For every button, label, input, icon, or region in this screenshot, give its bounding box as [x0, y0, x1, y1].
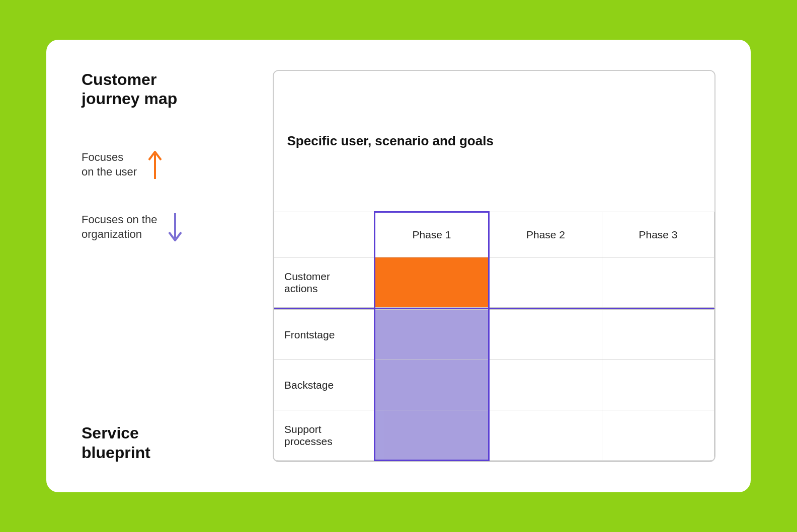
phase1-header-cell: Phase 1 — [375, 212, 489, 257]
backstage-label: Backstage — [274, 360, 375, 410]
phase3-customer-cell — [602, 257, 714, 308]
support-processes-row: Support processes — [274, 410, 714, 461]
phase1-customer-cell — [375, 257, 489, 308]
phase3-frontstage-cell — [602, 310, 714, 360]
phase1-support-cell — [375, 410, 489, 461]
customer-journey-label: Customer journey map — [82, 70, 253, 109]
focuses-user-section: Focuses on the user — [82, 149, 253, 181]
focuses-org-text: Focuses on the organization — [82, 213, 157, 241]
phase-empty-cell — [274, 212, 375, 257]
journey-table: Specific user, scenario and goals Phase … — [273, 70, 715, 462]
support-processes-label: Support processes — [274, 410, 375, 461]
focuses-org-section: Focuses on the organization — [82, 211, 253, 243]
phase3-header-cell: Phase 3 — [602, 212, 714, 257]
phase1-frontstage-cell — [375, 310, 489, 360]
phase2-customer-cell — [489, 257, 602, 308]
phase2-frontstage-cell — [489, 310, 602, 360]
backstage-row: Backstage — [274, 360, 714, 410]
table-title: Specific user, scenario and goals — [274, 71, 714, 212]
arrow-up-icon — [146, 149, 164, 181]
phase3-support-cell — [602, 410, 714, 461]
main-card: Customer journey map Focuses on the user — [46, 40, 751, 492]
frontstage-row: Frontstage — [274, 310, 714, 360]
customer-actions-row: Customer actions — [274, 257, 714, 308]
phase2-support-cell — [489, 410, 602, 461]
phase3-backstage-cell — [602, 360, 714, 410]
service-blueprint-label: Service blueprint — [82, 423, 253, 462]
table-header-row: Specific user, scenario and goals — [274, 71, 714, 212]
phase2-header-cell: Phase 2 — [489, 212, 602, 257]
frontstage-label: Frontstage — [274, 310, 375, 360]
customer-actions-label: Customer actions — [274, 257, 375, 308]
phase1-backstage-cell — [375, 360, 489, 410]
focuses-user-text: Focuses on the user — [82, 150, 137, 179]
phase2-backstage-cell — [489, 360, 602, 410]
left-panel: Customer journey map Focuses on the user — [82, 70, 253, 462]
right-panel: Specific user, scenario and goals Phase … — [273, 70, 715, 462]
arrow-down-icon — [166, 211, 184, 243]
phase-header-row: Phase 1 Phase 2 Phase 3 — [274, 212, 714, 257]
